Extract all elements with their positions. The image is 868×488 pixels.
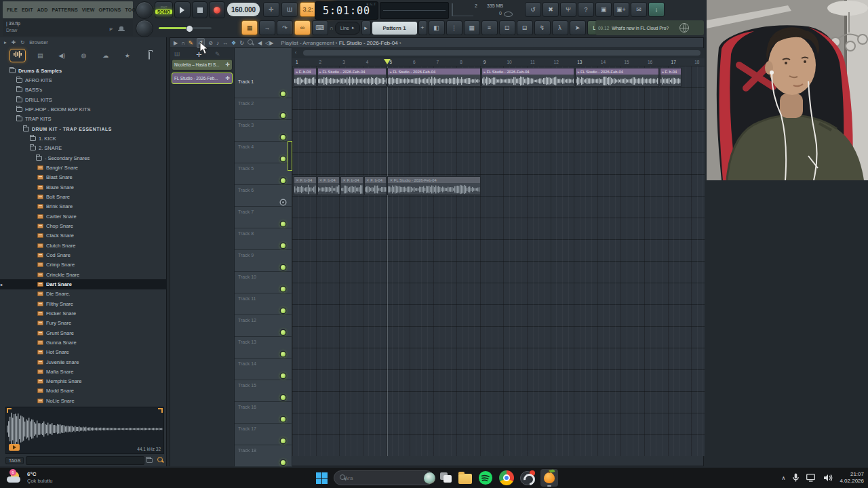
search-icon[interactable] xyxy=(157,457,164,464)
track-mute-led[interactable] xyxy=(281,352,285,357)
select-tool-icon[interactable]: ↻ xyxy=(239,39,244,47)
source-clip[interactable]: Nicoletta – Hasta El S...✛ xyxy=(172,59,233,70)
sample-item[interactable]: Cartier Snare xyxy=(0,211,167,221)
audio-clip[interactable]: ✕ F. b-04 xyxy=(294,176,317,195)
volume-slider-thumb[interactable] xyxy=(186,25,193,33)
sample-item[interactable]: Cod Snare xyxy=(0,250,167,260)
tab-plugins[interactable]: ◀) xyxy=(54,52,69,59)
touch-button[interactable]: ➤ xyxy=(570,20,586,35)
delete-tool-icon[interactable]: ⊘ xyxy=(208,39,213,47)
folder-icon[interactable] xyxy=(146,458,153,463)
sample-preview-panel[interactable]: 44.1 kHz 32 xyxy=(5,407,164,454)
sample-item[interactable]: Chop Snare xyxy=(0,221,167,230)
track-header-row[interactable]: Track 13 xyxy=(235,337,292,359)
menu-item-patterns[interactable]: PATTERNS xyxy=(52,7,77,12)
track-header-row[interactable]: Track 2 xyxy=(235,98,292,120)
step-sequencer-button[interactable]: ▦ xyxy=(241,20,258,35)
track-mute-led[interactable] xyxy=(281,395,285,400)
tab-all-sounds[interactable] xyxy=(9,49,26,62)
horizontal-scrollbar[interactable]: ‹ xyxy=(292,48,705,58)
folder-item[interactable]: AFRO KITS xyxy=(0,75,167,85)
file-explorer-button[interactable] xyxy=(458,474,472,484)
audio-clip[interactable]: ✕ F. b-04 xyxy=(364,176,387,195)
track-resize-handle[interactable] xyxy=(288,141,292,171)
audio-clip[interactable]: » FL Studio - 2026-Feb-04 xyxy=(575,68,659,87)
sample-item[interactable]: Memphis Snare xyxy=(0,377,167,386)
audio-clip[interactable]: » F. b-04 xyxy=(660,68,682,87)
piano-roll-button[interactable]: ⋮ xyxy=(446,20,462,35)
menu-item-options[interactable]: OPTIONS xyxy=(98,7,121,12)
sample-item[interactable]: Die Snare. xyxy=(0,289,167,299)
folder-item[interactable]: HIP-HOP - BOOM BAP KITS xyxy=(0,104,167,114)
track-header-row[interactable]: Track 17 xyxy=(235,424,292,445)
track-mute-led[interactable] xyxy=(281,200,285,205)
playlist-breadcrumb[interactable]: Playlist - Arrangement › FL Studio - 202… xyxy=(281,40,401,46)
sample-item[interactable]: Crinckle Snare xyxy=(0,270,167,279)
folder-item[interactable]: 1. KICK xyxy=(0,134,167,143)
track-header-row[interactable]: Track 18 xyxy=(235,445,292,467)
scrollbar-handle[interactable] xyxy=(303,50,701,56)
sample-item[interactable]: Bangin' Snare xyxy=(0,163,167,172)
folder-item[interactable]: TRAP KITS xyxy=(0,115,167,124)
save-new-version-button[interactable]: ▣+ xyxy=(613,2,629,17)
menu-item-file[interactable]: FILE xyxy=(7,7,18,12)
typing-piano-button[interactable]: ⌨ xyxy=(312,20,328,35)
network-icon[interactable] xyxy=(806,474,816,482)
help-button[interactable]: ? xyxy=(578,2,594,17)
track-mute-led[interactable] xyxy=(281,92,285,96)
performance-mode-button[interactable]: λ xyxy=(552,20,568,35)
track-mute-led[interactable] xyxy=(281,265,285,270)
browser-up-icon[interactable]: ✚ xyxy=(12,39,16,45)
sample-item[interactable]: Modd Snare xyxy=(0,386,167,396)
zoom-tool-icon[interactable] xyxy=(248,39,254,46)
task-view-button[interactable] xyxy=(440,472,452,483)
menu-item-view[interactable]: VIEW xyxy=(82,7,95,12)
main-pitch-knob[interactable] xyxy=(136,20,153,37)
audio-clip[interactable]: ✕ F. b-04 xyxy=(340,176,363,195)
sample-item[interactable]: Juvenile snare xyxy=(0,357,167,367)
sample-item[interactable]: Clutch Snare xyxy=(0,241,167,250)
countdown-button[interactable]: Ш xyxy=(281,2,298,17)
track-mute-led[interactable] xyxy=(281,330,285,335)
slice-tool-icon[interactable]: ❖ xyxy=(231,39,236,47)
sample-item[interactable]: Crimp Snare xyxy=(0,260,167,270)
news-ticker[interactable]: 09.12 What's new in FL Cloud Pro? xyxy=(595,20,704,35)
tab-cloud[interactable]: ☁ xyxy=(98,52,113,59)
track-header-row[interactable]: Track 5 xyxy=(235,163,292,185)
playback-tool-icon[interactable]: ◀ xyxy=(258,39,262,47)
sample-item[interactable]: Clack Snare xyxy=(0,231,167,241)
folder-item[interactable]: DRUM KIT - TRAP ESSENTIALS xyxy=(0,124,167,134)
track-mute-led[interactable] xyxy=(281,439,285,443)
clock[interactable]: 21:07 4.02.2026 xyxy=(840,471,864,485)
playlist-grid[interactable]: » F..b-04» FL Studio - 2026-Feb-04» FL S… xyxy=(292,66,705,456)
sample-item[interactable]: Fury Snare xyxy=(0,319,167,328)
project-picker-button[interactable]: ⊟ xyxy=(517,20,533,35)
audio-clip[interactable]: » FL Studio - 2026-Feb-04 xyxy=(317,68,387,87)
obs-button[interactable] xyxy=(520,471,534,485)
menu-item-add[interactable]: ADD xyxy=(37,7,48,12)
undo-button[interactable]: ↺ xyxy=(525,2,541,17)
track-header-row[interactable]: Track 14 xyxy=(235,359,292,380)
stop-button[interactable] xyxy=(192,1,208,18)
tab-favorites[interactable]: ★ xyxy=(120,52,135,59)
cloud-download-button[interactable]: ↓ xyxy=(648,2,665,17)
sample-item[interactable]: Mafia Snare xyxy=(0,367,167,376)
track-header-row[interactable]: Track 12 xyxy=(235,315,292,337)
mic-record-button[interactable]: Ψ xyxy=(560,2,576,17)
sample-item[interactable]: Blast Snare xyxy=(0,173,167,182)
slide-button[interactable]: ↷ xyxy=(277,20,293,35)
track-mute-led[interactable] xyxy=(281,417,285,422)
link-button[interactable]: ∞ xyxy=(294,20,311,35)
track-mute-led[interactable] xyxy=(281,157,285,161)
scroll-left-icon[interactable]: ‹ xyxy=(295,50,296,55)
track-header-row[interactable]: Track 1 xyxy=(235,77,292,98)
playlist-menu-icon[interactable]: ▶ xyxy=(174,39,178,47)
audio-clip[interactable]: » FL Studio - 2026-Feb-04 xyxy=(481,68,574,87)
sample-item[interactable]: NoLie Snare xyxy=(0,396,167,405)
audio-clip[interactable]: ✕ F. b-04 xyxy=(317,176,340,195)
snap-next-button[interactable]: ▸ xyxy=(361,20,371,35)
track-mute-led[interactable] xyxy=(281,243,285,248)
master-volume-slider[interactable] xyxy=(159,27,212,29)
track-header-row[interactable]: Track 16 xyxy=(235,402,292,424)
metronome-button[interactable]: 3.2: xyxy=(300,2,316,17)
